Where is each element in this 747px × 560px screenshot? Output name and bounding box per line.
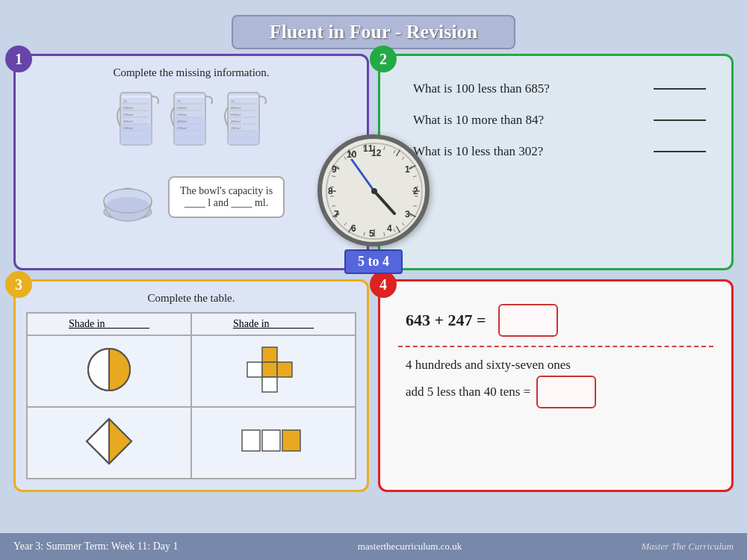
bowl-caption-line1: The bowl's capacity is (180, 185, 273, 196)
shape-cross-cell (191, 335, 356, 407)
footer-year-info: Year 3: Summer Term: Week 11: Day 1 (13, 541, 179, 553)
svg-line-72 (384, 146, 385, 150)
shape-circle-cell (27, 335, 191, 407)
svg-text:400ml: 400ml (231, 119, 241, 123)
svg-line-84 (364, 232, 365, 236)
col1-header: Shade in ________ (27, 313, 191, 335)
svg-rect-29 (229, 96, 258, 98)
svg-line-67 (397, 226, 400, 233)
q2-q1-answer[interactable] (654, 88, 706, 90)
svg-line-86 (344, 223, 347, 225)
col2-header: Shade in ________ (191, 313, 356, 335)
bowl-caption-line2: ____ l and ____ ml. (185, 197, 268, 208)
shape-rect-cell (191, 407, 356, 479)
bowl-caption: The bowl's capacity is ____ l and ____ m… (168, 176, 285, 218)
page-title: Fluent in Four - Revision (248, 21, 499, 43)
q4-bottom-answer-box[interactable] (536, 376, 596, 408)
svg-point-44 (107, 197, 149, 212)
circle-half-svg (83, 343, 135, 396)
cross-svg (244, 343, 303, 396)
jugs-row: 1L 800ml 600ml 400ml 200ml 1L 80 (26, 85, 356, 160)
q4-equation: 643 + 247 = (406, 311, 486, 330)
q4-bottom-text2: add 5 less than 40 tens = (406, 376, 706, 408)
svg-text:400ml: 400ml (123, 119, 133, 123)
svg-rect-57 (242, 430, 260, 451)
q2-questions: What is 100 less than 685? What is 10 mo… (391, 66, 721, 183)
svg-line-82 (394, 229, 395, 232)
svg-line-109 (374, 191, 394, 214)
svg-rect-49 (247, 362, 262, 377)
svg-text:600ml: 600ml (231, 113, 241, 116)
q1-instruction: Complete the missing information. (26, 66, 356, 79)
svg-line-64 (397, 150, 400, 157)
q4-bottom-text2-label: add 5 less than 40 tens = (406, 385, 530, 399)
badge-2: 2 (370, 46, 397, 72)
svg-rect-59 (282, 430, 300, 451)
quadrant-3: 3 Complete the table. Shade in ________ … (13, 279, 369, 492)
svg-rect-50 (262, 362, 277, 377)
svg-text:800ml: 800ml (231, 106, 241, 110)
svg-text:1L: 1L (123, 99, 128, 103)
svg-line-74 (402, 157, 404, 160)
q4-answer-box[interactable] (498, 304, 558, 337)
badge-4: 4 (370, 271, 397, 298)
jug-1: 1L 800ml 600ml 400ml 200ml (114, 85, 161, 160)
q2-q2-answer[interactable] (654, 119, 706, 121)
svg-line-88 (332, 205, 335, 206)
jug-3: 1L 800ml 600ml 400ml 200ml (222, 85, 268, 160)
svg-text:200ml: 200ml (177, 126, 187, 130)
main-grid: 1 Complete the missing information. (0, 54, 747, 500)
svg-line-76 (413, 176, 417, 177)
jug-2: 1L 800ml 600ml 400ml 200ml (168, 85, 214, 160)
q3-instruction: Complete the table. (26, 292, 356, 305)
svg-rect-15 (176, 96, 204, 98)
svg-marker-54 (109, 419, 131, 464)
svg-text:600ml: 600ml (123, 113, 133, 116)
svg-rect-36 (228, 131, 259, 145)
q4-bottom: 4 hundreds and sixty-seven ones add 5 le… (391, 347, 721, 416)
svg-line-108 (352, 160, 374, 191)
svg-text:600ml: 600ml (177, 113, 187, 116)
svg-text:800ml: 800ml (123, 106, 133, 110)
q4-top: 643 + 247 = (391, 292, 721, 346)
svg-line-91 (332, 176, 335, 177)
q2-q3-answer[interactable] (654, 151, 706, 152)
svg-text:1L: 1L (177, 99, 182, 103)
footer: Year 3: Summer Term: Week 11: Day 1 mast… (0, 533, 747, 560)
svg-rect-58 (262, 430, 280, 451)
clock-svg: 12 1 2 3 4 5 6 7 8 9 10 11 (323, 140, 426, 243)
q2-q1-text: What is 100 less than 685? (413, 81, 550, 96)
svg-rect-1 (122, 96, 150, 98)
q2-q2-text: What is 10 more than 84? (413, 113, 544, 128)
svg-text:9: 9 (332, 164, 337, 175)
clock-label: 5 to 4 (344, 249, 403, 274)
footer-website: masterthecurriculum.co.uk (358, 541, 462, 553)
svg-text:10: 10 (347, 149, 357, 160)
svg-point-110 (371, 188, 377, 194)
title-banner: Fluent in Four - Revision (232, 15, 515, 49)
svg-text:400ml: 400ml (177, 119, 187, 123)
clock-face: 12 1 2 3 4 5 6 7 8 9 10 11 (317, 134, 430, 246)
svg-line-83 (384, 232, 385, 236)
svg-text:11: 11 (363, 143, 374, 154)
bowl-svg (98, 167, 158, 227)
svg-text:6: 6 (351, 223, 356, 234)
svg-text:5: 5 (369, 228, 374, 239)
svg-rect-51 (277, 362, 292, 377)
svg-text:8: 8 (328, 186, 333, 196)
svg-line-81 (402, 223, 404, 225)
svg-text:1L: 1L (231, 99, 235, 103)
quadrant-4: 4 643 + 247 = 4 hundreds and sixty-seven… (378, 279, 734, 492)
svg-text:3: 3 (405, 209, 410, 220)
svg-text:7: 7 (334, 209, 339, 220)
q2-q2: What is 10 more than 84? (413, 113, 706, 128)
svg-text:200ml: 200ml (123, 126, 133, 130)
svg-rect-48 (262, 347, 277, 362)
svg-text:200ml: 200ml (231, 126, 241, 130)
footer-brand: Master The Curriculum (641, 541, 734, 553)
q2-q3: What is 10 less than 302? (413, 144, 706, 159)
svg-text:4: 4 (387, 223, 392, 234)
svg-text:1: 1 (405, 164, 410, 175)
svg-rect-52 (262, 377, 277, 392)
svg-text:2: 2 (413, 186, 418, 196)
